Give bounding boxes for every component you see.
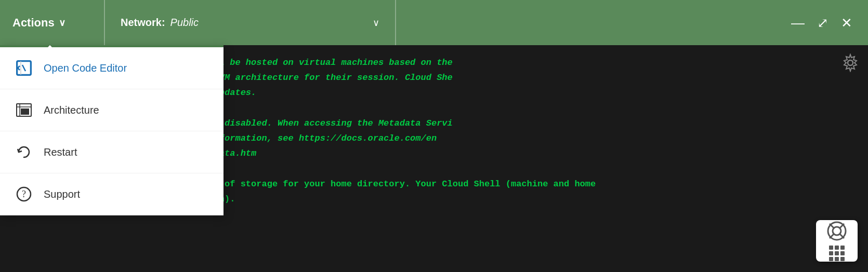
menu-item-restart-label: Restart <box>44 146 77 158</box>
grid-icon <box>829 246 845 261</box>
menu-item-code-editor-label: Open Code Editor <box>44 62 127 74</box>
svg-rect-7 <box>21 109 24 111</box>
actions-chevron-icon: ∨ <box>59 17 65 29</box>
architecture-icon <box>15 101 33 119</box>
window-controls: — ⤢ ✕ <box>775 16 868 30</box>
svg-rect-9 <box>21 112 24 114</box>
code-editor-icon <box>15 59 33 77</box>
actions-button[interactable]: Actions ∨ <box>0 0 105 45</box>
svg-text:?: ? <box>22 189 26 199</box>
network-label: Network: <box>121 17 165 29</box>
network-chevron-icon[interactable]: ∨ <box>373 17 379 29</box>
menu-item-architecture[interactable]: Architecture <box>0 89 223 131</box>
svg-rect-10 <box>25 112 29 114</box>
actions-label: Actions <box>12 16 55 30</box>
svg-point-15 <box>833 227 841 235</box>
network-value: Public <box>170 17 199 29</box>
actions-dropdown-menu: Open Code Editor Architecture <box>0 45 223 215</box>
dropdown-caret <box>42 45 58 53</box>
restart-icon <box>15 143 33 161</box>
network-section: Network: Public ∨ <box>105 0 396 45</box>
menu-item-architecture-label: Architecture <box>44 104 99 116</box>
minimize-button[interactable]: — <box>791 16 805 30</box>
menu-item-open-code-editor[interactable]: Open Code Editor <box>0 47 223 89</box>
settings-button[interactable] <box>833 45 868 83</box>
svg-point-13 <box>848 60 853 65</box>
support-icon: ? <box>15 185 33 203</box>
maximize-button[interactable]: ⤢ <box>817 16 828 30</box>
top-bar: Actions ∨ Network: Public ∨ — ⤢ ✕ <box>0 0 868 45</box>
close-button[interactable]: ✕ <box>841 16 852 30</box>
menu-item-restart[interactable]: Restart <box>0 131 223 173</box>
main-content: Open Code Editor Architecture <box>0 45 868 272</box>
menu-item-support-label: Support <box>44 188 80 200</box>
svg-rect-8 <box>25 109 29 111</box>
help-button[interactable] <box>816 220 858 262</box>
menu-item-support[interactable]: ? Support <box>0 173 223 215</box>
